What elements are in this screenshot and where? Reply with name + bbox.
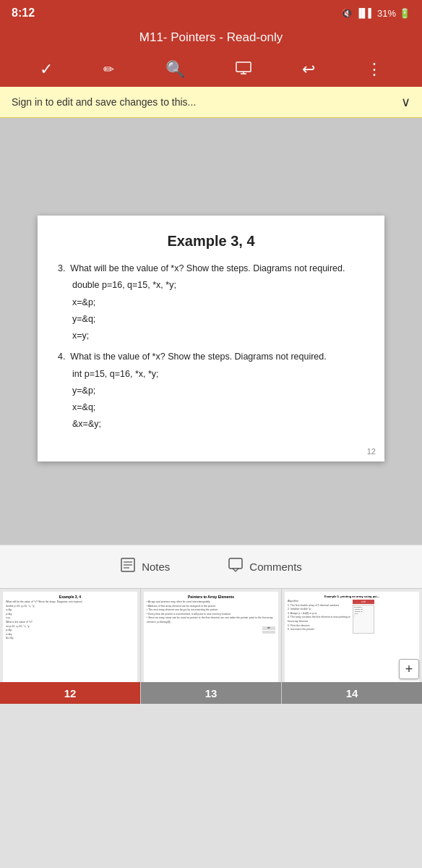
action-bar: Notes Comments — [0, 545, 422, 588]
signin-bar[interactable]: Sign in to edit and save changes to this… — [0, 87, 422, 118]
thumb-14-code: code int main(){ double a[]; double *p; … — [353, 600, 416, 634]
slide-line-6: 4. What is the value of *x? Show the ste… — [58, 349, 364, 365]
thumbnail-14[interactable]: Example 5- printing an array using poi..… — [282, 589, 422, 704]
undo-icon[interactable]: ↩ — [302, 60, 315, 79]
status-icons: 🔇 ▐▌▌ 31% 🔋 — [341, 8, 410, 19]
thumb-12-text: What will be the value of *x? Show the s… — [6, 600, 134, 641]
signin-text: Sign in to edit and save changes to this… — [12, 96, 196, 108]
present-icon[interactable] — [236, 61, 251, 78]
signal-icon: ▐▌▌ — [356, 8, 374, 18]
thumbnail-12[interactable]: Example 3, 4 What will be the value of *… — [0, 589, 141, 704]
thumb-13-label: 13 — [141, 682, 281, 704]
slide-line-5: x=y; — [58, 328, 364, 344]
slide-line-3: x=&p; — [58, 295, 364, 310]
battery-icon: 🔋 — [399, 8, 410, 19]
pen-icon[interactable]: ✏ — [103, 61, 114, 77]
thumb-14-title: Example 5- printing an array using poi..… — [288, 595, 416, 598]
thumbnail-13[interactable]: Pointers to Array Elements • Arrays and … — [141, 589, 282, 704]
slide-title: Example 3, 4 — [58, 233, 364, 250]
thumb-13-title: Pointers to Array Elements — [147, 595, 275, 599]
more-icon[interactable]: ⋮ — [366, 60, 382, 79]
svg-rect-0 — [236, 62, 251, 72]
thumb-14-label: 14 — [282, 682, 422, 704]
title-bar: M11- Pointers - Read-only — [0, 26, 422, 52]
slide-line-2: double p=16, q=15, *x, *y; — [58, 278, 364, 293]
notes-label: Notes — [142, 561, 170, 573]
battery-text: 31% — [377, 8, 396, 19]
svg-rect-7 — [229, 558, 242, 569]
slide-line-10: &x=&y; — [58, 417, 364, 432]
slide-line-1: 3. What will be the value of *x? Show th… — [58, 261, 364, 276]
check-icon[interactable]: ✓ — [40, 60, 53, 79]
thumb-12-label: 12 — [0, 682, 140, 704]
slide-number: 12 — [367, 447, 376, 456]
comments-button[interactable]: Comments — [228, 557, 302, 576]
search-icon[interactable]: 🔍 — [165, 60, 185, 79]
thumb-13-text: • Arrays and pointers may often be used … — [147, 600, 275, 625]
document-title: M11- Pointers - Read-only — [139, 30, 283, 44]
comments-icon — [228, 557, 244, 576]
svg-marker-8 — [233, 569, 238, 571]
plus-button[interactable]: + — [399, 659, 419, 679]
slide-line-7: int p=15, q=16, *x, *y; — [58, 367, 364, 382]
slide: Example 3, 4 3. What will be the value o… — [38, 216, 384, 461]
thumbnail-strip: Example 3, 4 What will be the value of *… — [0, 588, 422, 704]
toolbar: ✓ ✏ 🔍 ↩ ⋮ — [0, 52, 422, 87]
slide-line-9: x=&q; — [58, 400, 364, 415]
comments-label: Comments — [249, 561, 302, 573]
notes-button[interactable]: Notes — [120, 557, 170, 576]
slide-line-8: y=&p; — [58, 383, 364, 399]
thumbnail-12-content: Example 3, 4 What will be the value of *… — [3, 592, 137, 682]
notes-icon — [120, 557, 136, 576]
thumbnail-13-content: Pointers to Array Elements • Arrays and … — [144, 592, 278, 682]
status-bar: 8:12 🔇 ▐▌▌ 31% 🔋 — [0, 0, 422, 26]
thumb-14-text: Algorithm 1. The first double array of 5… — [288, 600, 351, 634]
mute-icon: 🔇 — [341, 8, 353, 19]
slide-content: 3. What will be the value of *x? Show th… — [58, 261, 364, 433]
thumb-12-title: Example 3, 4 — [6, 595, 134, 599]
main-area: Example 3, 4 3. What will be the value o… — [0, 118, 422, 545]
status-time: 8:12 — [12, 7, 35, 20]
slide-line-4: y=&q; — [58, 312, 364, 327]
chevron-down-icon[interactable]: ∨ — [401, 94, 410, 110]
